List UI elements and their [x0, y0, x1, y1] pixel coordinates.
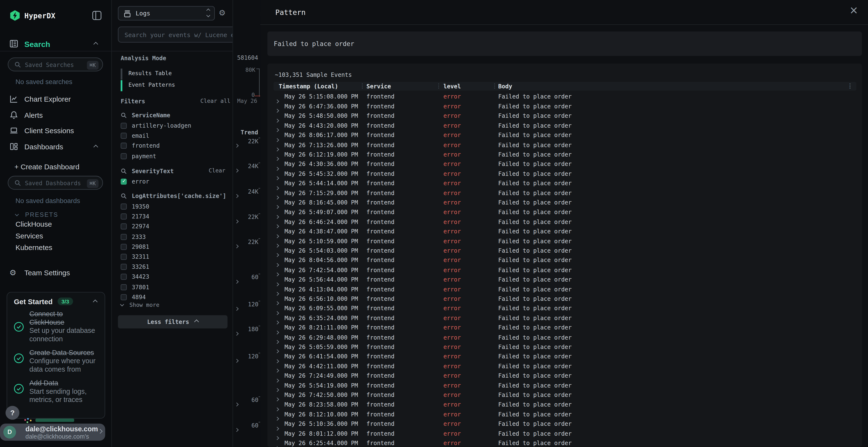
search-icon[interactable] [121, 193, 127, 199]
table-row[interactable]: May 26 6:47:36.000 PM frontend error Fai… [273, 102, 857, 111]
expand-chevron-icon[interactable] [235, 302, 238, 312]
pattern-row[interactable]: 22K [233, 212, 260, 222]
table-row[interactable]: May 26 6:12:19.000 PM frontend error Fai… [273, 150, 857, 160]
table-row[interactable]: May 26 5:44:14.000 PM frontend error Fai… [273, 179, 857, 188]
filter-option[interactable]: frontend [121, 141, 231, 151]
table-row[interactable]: May 26 8:12:10.000 PM frontend error Fai… [273, 410, 857, 419]
table-row[interactable]: May 26 7:24:49.000 PM frontend error Fai… [273, 371, 857, 381]
table-row[interactable]: May 26 5:56:44.000 PM frontend error Fai… [273, 275, 857, 285]
table-row[interactable]: May 26 7:42:54.000 PM frontend error Fai… [273, 265, 857, 275]
pattern-row[interactable]: 120 [233, 299, 260, 309]
col-service[interactable]: Service [367, 83, 391, 90]
pattern-row[interactable]: 180 [233, 324, 260, 334]
pattern-row[interactable]: 22K [233, 137, 260, 146]
filter-option[interactable]: email [121, 131, 231, 141]
saved-dashboards-input[interactable]: Saved Dashboards ⌘K [8, 176, 103, 190]
table-row[interactable]: May 26 4:13:04.000 PM frontend error Fai… [273, 285, 857, 294]
table-row[interactable]: May 26 6:56:10.000 PM frontend error Fai… [273, 294, 857, 304]
search-icon[interactable] [121, 168, 127, 174]
checkbox[interactable] [121, 284, 127, 290]
source-settings-gear-icon[interactable]: ⚙ [219, 8, 227, 17]
mode-results-table[interactable]: Results Table [128, 70, 172, 76]
less-filters-button[interactable]: Less filters [118, 315, 227, 329]
filter-option[interactable]: 32311 [121, 252, 231, 262]
table-row[interactable]: May 26 8:16:45.000 PM frontend error Fai… [273, 198, 857, 208]
table-row[interactable]: May 26 5:15:08.000 PM frontend error Fai… [273, 92, 857, 102]
pattern-row[interactable]: 22K [233, 237, 260, 247]
table-row[interactable]: May 26 5:49:07.000 PM frontend error Fai… [273, 208, 857, 217]
table-options-icon[interactable]: ⋮ [847, 82, 853, 90]
table-row[interactable]: May 26 5:10:59.000 PM frontend error Fai… [273, 237, 857, 246]
expand-chevron-icon[interactable] [235, 240, 238, 249]
checkbox[interactable] [121, 264, 127, 270]
filter-option[interactable]: 33261 [121, 262, 231, 272]
table-row[interactable]: May 26 4:43:20.000 PM frontend error Fai… [273, 121, 857, 131]
sidebar-item-dashboards[interactable]: Dashboards [0, 140, 112, 153]
checkbox[interactable] [121, 153, 127, 159]
filter-option[interactable]: 4894 [121, 293, 231, 303]
table-row[interactable]: May 26 8:04:56.000 PM frontend error Fai… [273, 256, 857, 265]
filter-option[interactable]: error [121, 177, 231, 187]
table-row[interactable]: May 26 5:54:03.000 PM frontend error Fai… [273, 246, 857, 256]
filter-option[interactable]: 2333 [121, 232, 231, 242]
table-row[interactable]: May 26 5:45:32.000 PM frontend error Fai… [273, 169, 857, 179]
expand-chevron-icon[interactable] [235, 215, 238, 225]
col-level[interactable]: level [443, 83, 461, 90]
filter-option[interactable]: 19350 [121, 202, 231, 212]
filter-option[interactable]: 34423 [121, 272, 231, 282]
expand-chevron-icon[interactable] [235, 164, 238, 174]
sidebar-item-alerts[interactable]: Alerts [0, 109, 112, 122]
table-row[interactable]: May 26 6:09:55.000 PM frontend error Fai… [273, 304, 857, 313]
checkbox[interactable] [121, 224, 127, 230]
checkbox[interactable] [121, 294, 127, 300]
preset-services[interactable]: Services [16, 232, 43, 240]
preset-clickhouse[interactable]: ClickHouse [16, 220, 52, 228]
clear-severity-link[interactable]: Clear [209, 168, 225, 174]
checkbox[interactable] [121, 254, 127, 260]
close-icon[interactable]: × [847, 3, 860, 16]
expand-chevron-icon[interactable] [235, 139, 238, 149]
checkbox[interactable] [121, 179, 127, 185]
checkbox[interactable] [121, 274, 127, 280]
table-row[interactable]: May 26 5:05:59.000 PM frontend error Fai… [273, 342, 857, 352]
chevron-up-icon[interactable] [93, 300, 97, 304]
table-row[interactable]: May 26 4:42:11.000 PM frontend error Fai… [273, 362, 857, 371]
expand-chevron-icon[interactable] [235, 424, 238, 434]
checkbox[interactable] [121, 204, 127, 209]
checkbox[interactable] [121, 214, 127, 220]
expand-chevron-icon[interactable] [235, 327, 238, 337]
col-body[interactable]: Body [498, 83, 512, 90]
expand-chevron-icon[interactable] [235, 190, 238, 200]
table-row[interactable]: May 26 7:15:29.000 PM frontend error Fai… [273, 188, 857, 198]
sidebar-item-client-sessions[interactable]: Client Sessions [0, 125, 112, 138]
table-row[interactable]: May 26 6:25:44.000 PM frontend error Fai… [273, 439, 857, 447]
pattern-row[interactable]: 24K [233, 187, 260, 197]
pattern-row[interactable]: 60 [233, 421, 260, 431]
show-more-link[interactable]: Show more [121, 302, 160, 308]
table-row[interactable]: May 26 8:21:11.000 PM frontend error Fai… [273, 323, 857, 333]
filter-option[interactable]: artillery-loadgen [121, 121, 231, 131]
checkbox[interactable] [121, 234, 127, 240]
preset-kubernetes[interactable]: Kubernetes [16, 243, 52, 251]
pattern-row[interactable]: 120 [233, 351, 260, 361]
expand-chevron-icon[interactable] [235, 398, 238, 408]
table-row[interactable]: May 26 5:54:19.000 PM frontend error Fai… [273, 381, 857, 390]
column-separator-icon[interactable]: ⋮ [359, 82, 365, 90]
sidebar-item-team-settings[interactable]: ⚙ Team Settings [0, 267, 112, 280]
checkbox[interactable] [121, 143, 127, 149]
table-row[interactable]: May 26 4:38:47.000 PM frontend error Fai… [273, 227, 857, 237]
mode-event-patterns[interactable]: Event Patterns [128, 82, 175, 88]
expand-row-icon[interactable] [276, 441, 278, 447]
table-row[interactable]: May 26 8:06:17.000 PM frontend error Fai… [273, 131, 857, 140]
table-row[interactable]: May 26 6:46:24.000 PM frontend error Fai… [273, 217, 857, 227]
collapse-sidebar-icon[interactable] [92, 10, 102, 21]
column-separator-icon[interactable]: ⋮ [492, 82, 498, 90]
filter-option[interactable]: 22974 [121, 222, 231, 232]
table-row[interactable]: May 26 7:13:26.000 PM frontend error Fai… [273, 140, 857, 150]
col-timestamp[interactable]: Timestamp (Local) [279, 83, 338, 90]
user-menu[interactable]: D dale@clickhouse.com dale@clickhouse.co… [0, 423, 105, 441]
pattern-row[interactable]: 60 [233, 396, 260, 405]
clear-all-link[interactable]: Clear all [200, 98, 230, 104]
pattern-row[interactable]: 60 [233, 272, 260, 282]
sidebar-item-search[interactable]: Search [0, 38, 112, 51]
